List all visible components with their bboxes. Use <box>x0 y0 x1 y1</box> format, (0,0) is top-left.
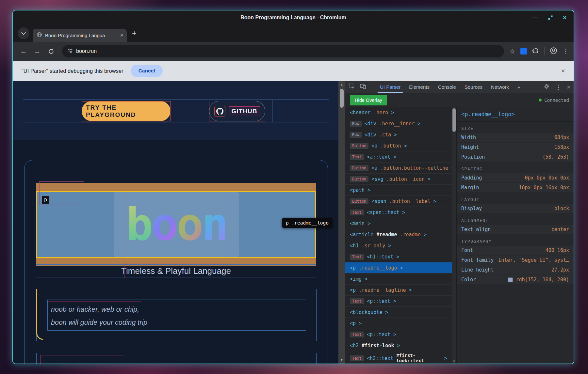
button-badge: Button <box>350 176 368 182</box>
prop-margin: Margin16px 0px 16px 0px <box>457 183 574 193</box>
extension-action-icon[interactable] <box>520 48 527 55</box>
devtools-settings-gear-icon[interactable] <box>544 83 550 91</box>
quote-line-2: boon will guide your coding trip <box>51 319 147 327</box>
row-badge: Row <box>350 121 362 127</box>
prop-padding: Padding0px 0px 0px 0px <box>457 173 574 183</box>
tab-close-icon[interactable]: × <box>120 32 123 39</box>
connected-label: Connected <box>544 98 569 103</box>
tree-node-h2-first-look[interactable]: <h2#first-look> <box>345 340 452 351</box>
browser-menu-icon[interactable]: ⋮ <box>563 47 569 55</box>
tree-node-h2-text[interactable]: Text<h2::text#first-look::text> <box>345 351 452 364</box>
reload-button[interactable] <box>45 45 57 57</box>
devtools-close-icon[interactable]: × <box>567 84 570 91</box>
window-title: Boon Programming Language - Chromium <box>240 15 346 21</box>
browser-toolbar: ← → boon.run ☆ ⋮ <box>13 42 574 61</box>
text-badge: Text <box>350 154 364 160</box>
tree-node-hero-inner[interactable]: Row<div.hero__inner> <box>345 118 452 129</box>
prop-color: Colorrgb(152, 164, 200) <box>457 275 574 285</box>
section-spacing: SPACING <box>457 162 574 173</box>
button-badge: Button <box>350 165 368 171</box>
tree-node-p-text[interactable]: Text<p::text> <box>345 329 452 340</box>
boon-pixel-logo: boon <box>126 202 227 247</box>
connection-status: Connected <box>539 98 569 103</box>
quote-line-1: noob or hacker, web or chip, <box>51 305 139 314</box>
style-inspector: <p.readme__logo> SIZE Width684px Height1… <box>456 107 574 364</box>
new-tab-button[interactable]: + <box>132 29 137 38</box>
tree-node-button-outline[interactable]: Button<a.button.button--outline> <box>345 163 452 174</box>
maximize-icon[interactable] <box>548 15 553 20</box>
section-size: SIZE <box>457 122 574 133</box>
prop-height: Height158px <box>457 143 574 152</box>
extensions-puzzle-icon[interactable] <box>532 47 539 55</box>
back-button[interactable]: ← <box>18 45 29 57</box>
tree-node-article-readme[interactable]: <article#readme.readme> <box>345 229 452 240</box>
color-swatch <box>508 277 513 282</box>
tree-node-p[interactable]: <p> <box>345 318 452 329</box>
prop-line-height: Line height27.2px <box>457 265 574 275</box>
tree-node-button-label[interactable]: Button<span.button__label> <box>345 196 452 207</box>
tree-node-h1-text[interactable]: Text<h1::text> <box>345 251 452 262</box>
url-bar[interactable]: boon.run <box>62 45 504 57</box>
hide-overlay-button[interactable]: Hide Overlay <box>350 95 387 105</box>
tree-node-readme-tagline[interactable]: <p.readme__tagline> <box>345 285 452 296</box>
bookmark-star-icon[interactable]: ☆ <box>509 47 515 55</box>
section-alignment: ALIGNMENT <box>457 214 574 225</box>
tree-node-main[interactable]: <main> <box>345 218 452 229</box>
scroll-up-icon[interactable]: ▲ <box>338 82 345 87</box>
text-badge: Text <box>350 210 364 215</box>
tree-node-p-text[interactable]: Text<p::text> <box>345 296 452 307</box>
logo-image: boon <box>114 192 239 257</box>
tree-scroll-down-icon[interactable]: ▼ <box>452 360 456 363</box>
tree-node-a-text[interactable]: Text<a::text> <box>345 151 452 163</box>
prop-position: Position(58, 263) <box>457 152 574 162</box>
tree-node-span-text[interactable]: Text<span::text> <box>345 207 452 218</box>
tree-node-button[interactable]: Button<a.button> <box>345 140 452 151</box>
more-tabs-icon[interactable]: » <box>513 81 524 93</box>
tab-network[interactable]: Network <box>487 81 513 93</box>
overlay-tagline-text <box>124 263 229 278</box>
close-window-button[interactable]: × <box>563 15 566 21</box>
minimize-button[interactable]: — <box>532 15 538 21</box>
tree-node-readme-logo-selected[interactable]: <p.readme__logo> <box>345 262 452 273</box>
tab-console[interactable]: Console <box>434 81 460 93</box>
tree-node-svg-icon[interactable]: Button<svg.button__icon> <box>345 174 452 185</box>
tree-node-header[interactable]: <header.hero> <box>345 107 452 118</box>
inspect-element-icon[interactable] <box>349 83 355 91</box>
devtools-panel: UI Parser Elements Console Sources Netwo… <box>345 81 574 364</box>
page-scrollbar-thumb[interactable] <box>340 89 344 108</box>
tab-title: Boon Programming Langua <box>45 33 117 38</box>
tab-search-button[interactable] <box>18 27 29 39</box>
github-octocat-icon <box>214 106 225 117</box>
playground-button[interactable]: TRY THE PLAYGROUND <box>82 101 171 121</box>
tree-scrollbar[interactable]: ▼ <box>452 107 456 364</box>
cancel-button[interactable]: Cancel <box>131 65 163 77</box>
tree-node-h1[interactable]: <h1.sr-only> <box>345 240 452 251</box>
prop-width: Width684px <box>457 133 574 143</box>
browser-tab[interactable]: Boon Programming Langua × <box>33 29 127 42</box>
devtools-menu-icon[interactable]: ⋮ <box>555 83 562 91</box>
browser-window: Boon Programming Language - Chromium — ×… <box>12 10 574 364</box>
tab-elements[interactable]: Elements <box>405 81 434 93</box>
tree-node-blockquote[interactable]: <blockquote> <box>345 307 452 318</box>
row-badge: Row <box>350 132 362 138</box>
scroll-down-icon[interactable]: ▼ <box>338 357 345 363</box>
section-layout: LAYOUT <box>457 193 574 204</box>
text-badge: Text <box>350 355 364 361</box>
tab-sources[interactable]: Sources <box>460 81 487 93</box>
profile-avatar-icon[interactable] <box>550 47 557 56</box>
tab-ui-parser[interactable]: UI Parser <box>376 81 405 93</box>
page-scrollbar[interactable]: ▲ ▼ <box>338 81 345 364</box>
tree-node-img[interactable]: <img> <box>345 273 452 285</box>
github-button[interactable]: GITHUB <box>209 101 265 121</box>
tree-node-path[interactable]: <path> <box>345 185 452 196</box>
site-settings-icon[interactable] <box>67 48 73 55</box>
forward-button[interactable]: → <box>31 45 43 57</box>
tree-node-cta[interactable]: Row<div.cta> <box>345 129 452 140</box>
infobar-close-icon[interactable]: × <box>561 67 565 75</box>
tree-scrollbar-thumb[interactable] <box>452 108 456 132</box>
selected-element-selector: <p.readme__logo> <box>457 107 574 122</box>
device-toolbar-icon[interactable] <box>360 83 366 91</box>
prop-text-align: Text aligncenter <box>457 225 574 235</box>
connected-dot-icon <box>539 99 542 101</box>
text-badge: Text <box>350 254 364 260</box>
